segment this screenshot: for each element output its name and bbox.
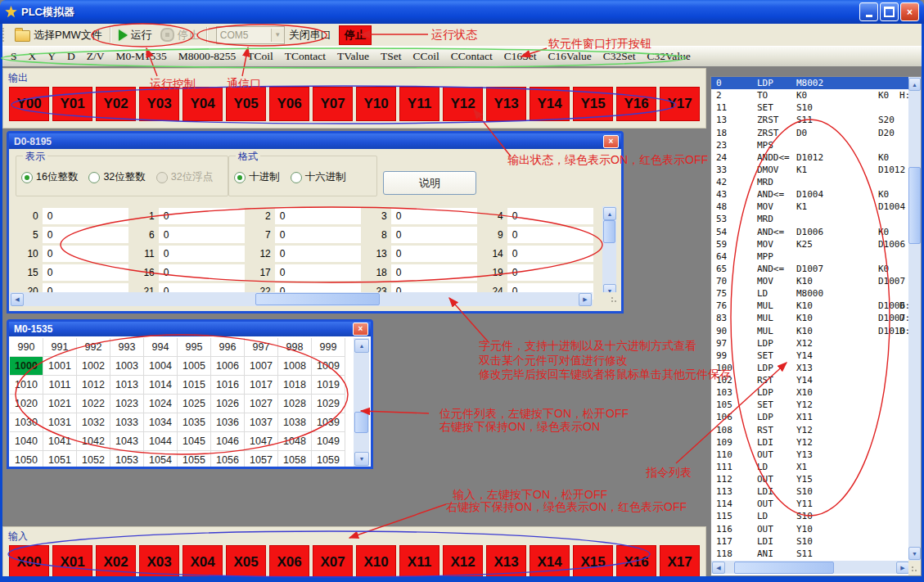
d-cell[interactable]: 1 0 [128,206,245,225]
m-cell[interactable]: 1018 [278,376,312,395]
instruction-row[interactable]: 0 LDP M8002 [711,77,910,89]
resize-grip[interactable] [908,561,921,575]
m-cell[interactable]: 1001 [43,357,77,376]
m-cell[interactable]: 1013 [110,376,144,395]
d-cell[interactable]: 7 0 [245,225,361,244]
m-cell[interactable]: 995 [178,338,211,357]
device-bar-item[interactable]: TValue [331,50,375,63]
m-cell[interactable]: 1053 [110,451,144,467]
m-cell[interactable]: 1054 [144,451,178,467]
m-cell[interactable]: 1037 [245,413,278,432]
input-button[interactable]: X00 [9,545,49,580]
instruction-row[interactable]: 110 OUT Y13 [711,449,910,461]
device-bar-item[interactable]: TContact [279,50,331,63]
instruction-horizontal-scrollbar[interactable]: ◀ ▶ [711,561,910,574]
instruction-row[interactable]: 100 LDP X13 [711,362,910,374]
instruction-row[interactable]: 75 LD M8000 [711,287,910,300]
instruction-row[interactable]: 103 LDP X10 [711,386,910,399]
instruction-row[interactable]: 11 SET S10 [711,102,910,114]
device-bar-item[interactable]: M8000-8255 [173,50,242,63]
input-button[interactable]: X02 [96,545,136,580]
d-cell-value[interactable]: 0 [507,246,593,262]
output-button[interactable]: Y17 [660,87,700,121]
instruction-row[interactable]: 76 MUL K10 D1006 D: [711,300,910,312]
instruction-vertical-scrollbar[interactable]: ▲ ▼ [908,77,921,561]
d-cell-value[interactable]: 0 [391,246,477,262]
resize-grip[interactable] [597,292,620,306]
input-button[interactable]: X05 [226,545,266,580]
instruction-row[interactable]: 116 OUT Y10 [711,523,910,535]
output-button[interactable]: Y01 [52,87,92,121]
m-cell[interactable]: 1006 [211,357,245,376]
scroll-right-icon[interactable]: ▶ [896,562,909,574]
input-button[interactable]: X13 [486,545,526,580]
radio-hexadecimal[interactable]: 十六进制 [291,170,346,184]
maximize-button[interactable] [880,2,899,21]
m-cell[interactable]: 1041 [43,432,77,451]
d-cell[interactable]: 15 0 [12,263,128,282]
input-button[interactable]: X11 [399,545,439,580]
instruction-row[interactable]: 99 SET Y14 [711,350,910,362]
m-cell[interactable]: 1051 [43,451,77,467]
m-cell[interactable]: 1030 [10,413,43,432]
d-horizontal-scrollbar[interactable]: ◀ ▶ [10,292,593,306]
input-button[interactable]: X14 [530,545,570,580]
instruction-row[interactable]: 108 RST Y12 [711,424,910,436]
m-cell[interactable]: 996 [211,338,245,357]
d-cell[interactable]: 6 0 [128,225,245,244]
m-cell[interactable]: 1049 [312,432,345,451]
m-cell[interactable]: 998 [278,338,312,357]
d-cell-value[interactable]: 0 [275,264,361,281]
m-cell[interactable]: 1056 [211,451,245,467]
m-cell[interactable]: 1027 [245,395,278,413]
m-cell[interactable]: 1011 [43,376,77,395]
d-cell-value[interactable]: 0 [391,208,477,224]
input-button[interactable]: X07 [313,545,353,580]
m-cell[interactable]: 1002 [77,357,110,376]
m-cell[interactable]: 1048 [278,432,312,451]
d-cell[interactable]: 13 0 [361,244,477,263]
m-cell[interactable]: 1055 [178,451,211,467]
output-button[interactable]: Y06 [269,87,309,121]
scroll-left-icon[interactable]: ◀ [11,293,24,306]
m-cell[interactable]: 1005 [178,357,211,376]
input-button[interactable]: X01 [52,545,92,580]
device-bar-item[interactable]: CContact [445,50,498,63]
m-cell[interactable]: 1007 [245,357,278,376]
d-window-close-icon[interactable]: × [603,135,619,148]
output-button[interactable]: Y03 [139,87,179,121]
d-cell-value[interactable]: 0 [43,208,128,224]
device-bar-item[interactable]: TSet [375,50,408,63]
d-cell[interactable]: 4 0 [477,206,593,225]
output-button[interactable]: Y07 [313,87,353,121]
instruction-row[interactable]: 65 AND<= D1007 K0 [711,263,910,275]
instruction-row[interactable]: 33 DMOV K1 D1012 [711,164,910,176]
instruction-row[interactable]: 59 MOV K25 D1006 [711,238,910,250]
m-cell[interactable]: 1047 [245,432,278,451]
d-cell-value[interactable]: 0 [391,227,477,243]
d-cell[interactable]: 5 0 [12,225,128,244]
input-button[interactable]: X04 [183,545,223,580]
instruction-row[interactable]: 117 LDI S10 [711,535,910,548]
instruction-row[interactable]: 106 LDP X11 [711,411,910,423]
output-button[interactable]: Y12 [443,87,483,121]
m-window-close-icon[interactable]: × [353,323,368,336]
m-cell[interactable]: 1028 [278,395,312,413]
d-cell[interactable]: 10 0 [12,244,128,263]
m-cell[interactable]: 1038 [278,413,312,432]
m-cell[interactable]: 1019 [312,376,345,395]
m-cell[interactable]: 1032 [77,413,110,432]
scroll-thumb[interactable] [734,562,834,574]
m-cell[interactable]: 997 [245,338,278,357]
m-cell[interactable]: 1029 [312,395,345,413]
m-cell[interactable]: 1050 [10,451,43,467]
output-button[interactable]: Y00 [9,87,49,121]
d-cell-value[interactable]: 0 [275,208,361,224]
scroll-right-icon[interactable]: ▶ [579,293,592,306]
m-cell[interactable]: 1004 [144,357,178,376]
scroll-thumb[interactable] [603,220,615,243]
input-button[interactable]: X17 [660,545,700,580]
d-cell-value[interactable]: 0 [159,227,245,243]
m-cell[interactable]: 1059 [312,451,345,467]
m-cell[interactable]: 1021 [43,395,77,413]
